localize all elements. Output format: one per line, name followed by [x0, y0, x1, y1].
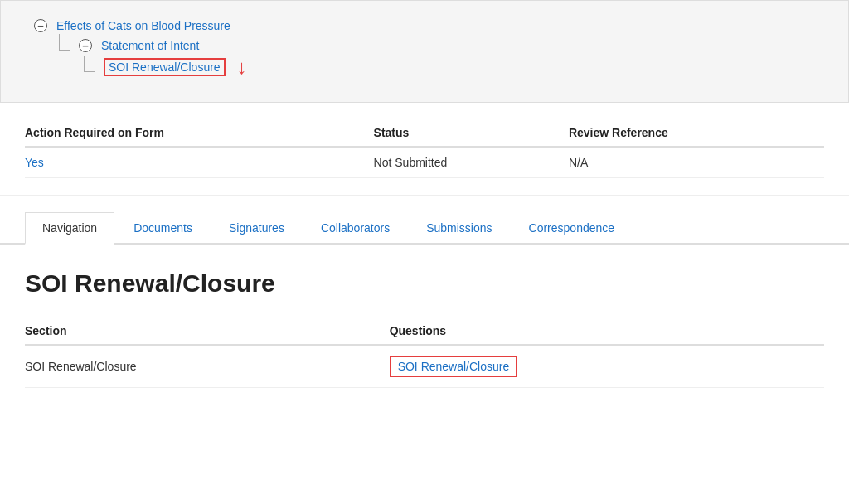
- section-table: Section Questions SOI Renewal/Closure SO…: [25, 317, 824, 388]
- col-header-status: Status: [374, 119, 569, 147]
- col-header-review: Review Reference: [569, 119, 824, 147]
- action-link[interactable]: Yes: [25, 156, 44, 169]
- col-header-action: Action Required on Form: [25, 119, 374, 147]
- tree-connector-1: [59, 34, 70, 51]
- tree-link-soi[interactable]: Statement of Intent: [97, 37, 203, 54]
- section-table-row: SOI Renewal/Closure SOI Renewal/Closure: [25, 345, 824, 388]
- table-row: Yes Not Submitted N/A: [25, 147, 824, 178]
- questions-col-header: Questions: [373, 317, 824, 345]
- questions-link-cell[interactable]: SOI Renewal/Closure: [373, 345, 824, 388]
- main-content: SOI Renewal/Closure Section Questions SO…: [0, 245, 849, 413]
- tab-navigation[interactable]: Navigation: [25, 212, 114, 245]
- tabs-section: Navigation Documents Signatures Collabor…: [0, 212, 849, 245]
- tab-submissions[interactable]: Submissions: [409, 212, 509, 243]
- minus-icon-0[interactable]: −: [34, 19, 47, 32]
- tree-row-0: − Effects of Cats on Blood Pressure: [34, 17, 823, 34]
- tab-correspondence[interactable]: Correspondence: [512, 212, 633, 243]
- tree-connector-2: [84, 56, 95, 72]
- tree-row-2: SOI Renewal/Closure ↓: [84, 57, 823, 77]
- questions-link[interactable]: SOI Renewal/Closure: [390, 356, 518, 377]
- arrow-indicator: ↓: [237, 57, 247, 77]
- minus-icon-1[interactable]: −: [79, 39, 92, 52]
- tree-link-renewal[interactable]: SOI Renewal/Closure: [104, 58, 226, 76]
- tabs-container: Navigation Documents Signatures Collabor…: [25, 212, 849, 243]
- status-table: Action Required on Form Status Review Re…: [25, 119, 824, 178]
- tree-row-1: − Statement of Intent: [59, 37, 823, 54]
- tab-collaborators[interactable]: Collaborators: [303, 212, 407, 243]
- page-title: SOI Renewal/Closure: [25, 269, 824, 298]
- section-col-header: Section: [25, 317, 373, 345]
- action-cell[interactable]: Yes: [25, 147, 374, 178]
- tab-documents[interactable]: Documents: [116, 212, 210, 243]
- section-name-cell: SOI Renewal/Closure: [25, 345, 373, 388]
- review-cell: N/A: [569, 147, 824, 178]
- status-cell: Not Submitted: [374, 147, 569, 178]
- status-table-section: Action Required on Form Status Review Re…: [0, 103, 849, 196]
- tree-section: − Effects of Cats on Blood Pressure − St…: [0, 0, 849, 103]
- tab-signatures[interactable]: Signatures: [211, 212, 302, 243]
- tree-link-effects[interactable]: Effects of Cats on Blood Pressure: [52, 17, 235, 34]
- tree-container: − Effects of Cats on Blood Pressure − St…: [26, 17, 823, 77]
